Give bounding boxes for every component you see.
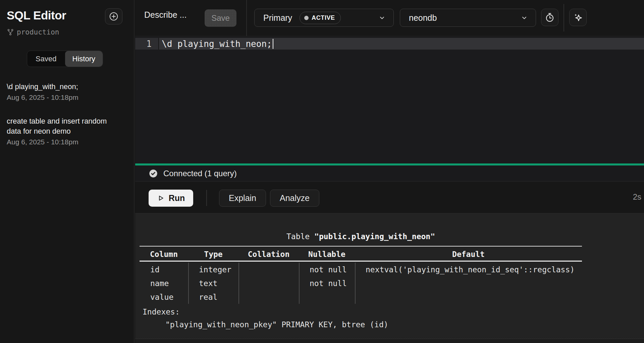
column-header: Type: [188, 247, 238, 261]
chevron-down-icon: [378, 14, 386, 22]
history-item-timestamp: Aug 6, 2025 - 10:18pm: [7, 138, 109, 146]
history-list: \d playing_with_neon;Aug 6, 2025 - 10:18…: [7, 82, 109, 161]
database-select[interactable]: neondb: [400, 9, 536, 27]
action-divider: [206, 190, 207, 206]
query-tab-title: Describe ...: [144, 10, 186, 20]
run-button-label: Run: [169, 193, 185, 203]
table-cell: [355, 290, 582, 304]
table-cell: nextval('playing_with_neon_id_seq'::regc…: [355, 263, 582, 276]
history-item[interactable]: create table and insert random data for …: [7, 116, 109, 146]
new-query-button[interactable]: [105, 8, 122, 24]
history-item[interactable]: \d playing_with_neon;Aug 6, 2025 - 10:18…: [7, 82, 109, 101]
main-panel: Describe ... Save Primary ACTIVE neondb: [135, 0, 644, 343]
toolbar-divider: [564, 4, 564, 31]
git-branch-icon: [7, 28, 14, 36]
code-line: \d playing_with_neon;: [159, 39, 273, 49]
run-button[interactable]: Run: [149, 190, 193, 207]
status-badge: ACTIVE: [300, 12, 341, 24]
ai-assistant-button[interactable]: [569, 9, 587, 26]
index-lines: "playing_with_neon_pkey" PRIMARY KEY, bt…: [165, 320, 388, 329]
table-cell: not null: [299, 263, 355, 276]
column-header: Nullable: [299, 247, 355, 261]
explain-button[interactable]: Explain: [219, 190, 266, 207]
history-item-timestamp: Aug 6, 2025 - 10:18pm: [7, 93, 109, 101]
indexes-label: Indexes:: [143, 307, 180, 316]
page-title: SQL Editor: [7, 9, 66, 22]
results-panel: Table "public.playing_with_neon" ColumnT…: [135, 213, 644, 343]
table-cell: [355, 276, 582, 290]
connection-statusbar: Connected (1 query): [135, 165, 644, 181]
table-cell: [238, 276, 299, 290]
table-rule-header: [140, 261, 582, 262]
query-timer-button[interactable]: [541, 9, 558, 26]
status-dot-icon: [304, 16, 309, 20]
code-editor[interactable]: 1 \d playing_with_neon;: [135, 37, 644, 163]
stopwatch-icon: [545, 12, 555, 22]
analyze-button[interactable]: Analyze: [270, 190, 319, 207]
table-cell: real: [188, 290, 238, 304]
column-header: Column: [140, 247, 188, 261]
table-cell: value: [140, 290, 188, 304]
toolbar-divider: [246, 0, 247, 36]
table-cell: text: [188, 276, 238, 290]
branch-select[interactable]: Primary ACTIVE: [254, 9, 394, 27]
play-icon: [157, 194, 165, 202]
status-badge-label: ACTIVE: [312, 14, 335, 21]
result-table-header: ColumnTypeCollationNullableDefault: [140, 247, 582, 261]
horizontal-scrollbar[interactable]: [135, 339, 644, 343]
branch-name: production: [17, 28, 59, 36]
editor-active-line: 1 \d playing_with_neon;: [135, 38, 644, 50]
code-text: \d playing_with_neon;: [162, 39, 272, 49]
history-item-title: \d playing_with_neon;: [7, 82, 109, 92]
line-number: 1: [135, 38, 159, 50]
plus-circle-icon: [109, 11, 119, 21]
database-select-value: neondb: [409, 13, 437, 23]
check-circle-icon: [149, 169, 158, 178]
table-cell: not null: [299, 276, 355, 290]
saved-history-toggle: Saved History: [27, 51, 103, 67]
branch-select-value: Primary: [263, 13, 292, 23]
tab-saved[interactable]: Saved: [27, 51, 65, 67]
table-cell: id: [140, 263, 188, 276]
chevron-down-icon: [520, 14, 528, 22]
table-cell: [299, 290, 355, 304]
sql-editor-app: SQL Editor production Saved: [0, 0, 644, 343]
table-cell: [238, 263, 299, 276]
column-header: Collation: [238, 247, 299, 261]
text-cursor: [273, 39, 273, 49]
column-header: Default: [355, 247, 582, 261]
history-item-title: create table and insert random data for …: [7, 116, 109, 136]
tab-history[interactable]: History: [65, 51, 103, 67]
table-cell: name: [140, 276, 188, 290]
table-rule-top: [140, 246, 582, 247]
connection-status-text: Connected (1 query): [163, 169, 237, 178]
table-cell: integer: [188, 263, 238, 276]
index-line: "playing_with_neon_pkey" PRIMARY KEY, bt…: [165, 320, 388, 329]
table-cell: [238, 290, 299, 304]
query-duration: 2s: [633, 192, 641, 202]
result-table-name: "public.playing_with_neon": [314, 232, 435, 241]
branch-indicator: production: [7, 28, 59, 36]
action-bar: Run Explain Analyze 2s: [135, 181, 644, 213]
sparkle-icon: [573, 12, 583, 23]
sidebar: SQL Editor production Saved: [0, 0, 135, 343]
save-button[interactable]: Save: [205, 9, 236, 27]
result-table-body: idintegernot nullnextval('playing_with_n…: [140, 263, 582, 304]
result-table-title: Table "public.playing_with_neon": [140, 232, 582, 241]
top-toolbar: Describe ... Save Primary ACTIVE neondb: [135, 0, 644, 36]
